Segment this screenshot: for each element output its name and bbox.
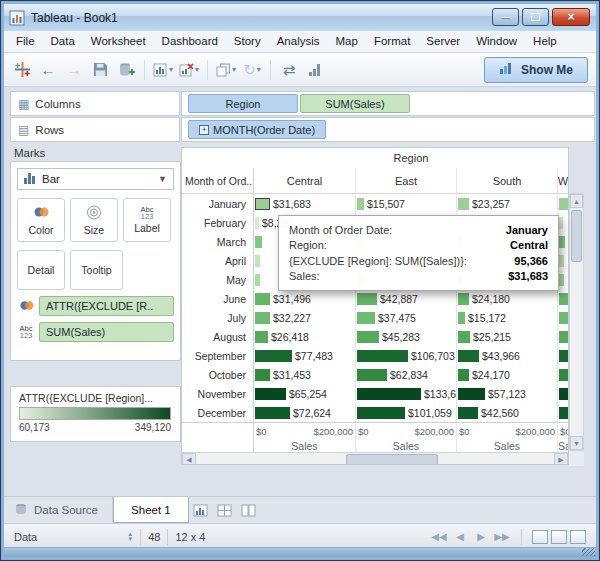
hscroll-thumb[interactable]	[346, 454, 438, 465]
scroll-right-icon[interactable]: ▶	[554, 453, 568, 465]
row-header-april[interactable]: April	[182, 251, 254, 270]
bar-mark[interactable]	[357, 312, 375, 324]
close-button[interactable]: ×	[552, 8, 590, 26]
bar-mark[interactable]	[255, 255, 260, 267]
size-button[interactable]: Size	[70, 198, 118, 242]
scroll-up-icon[interactable]: ▲	[570, 194, 583, 208]
sort-ascending-icon[interactable]	[303, 57, 327, 83]
swap-axes-icon[interactable]: ⇄	[277, 57, 301, 83]
pane-spinner-icon[interactable]: ▲▼	[127, 532, 133, 542]
columns-shelf[interactable]: RegionSUM(Sales)	[181, 91, 595, 116]
cell-july-south[interactable]: $15,172	[456, 308, 557, 327]
title-bar[interactable]: Tableau - Book1 — ×	[4, 4, 596, 31]
show-sheet-sorter-icon[interactable]	[570, 530, 586, 544]
cell-august-central[interactable]: $26,418	[254, 327, 355, 346]
bar-mark[interactable]	[255, 388, 286, 400]
cell-june-w[interactable]	[557, 289, 568, 308]
row-header-july[interactable]: July	[182, 308, 254, 327]
bar-mark[interactable]	[357, 331, 379, 343]
row-header-november[interactable]: November	[182, 384, 254, 403]
menu-item-help[interactable]: Help	[525, 31, 565, 52]
sheet1-tab[interactable]: Sheet 1	[113, 497, 189, 523]
pane-label[interactable]: Data	[14, 531, 37, 543]
cell-december-south[interactable]: $42,560	[456, 403, 557, 422]
menu-item-story[interactable]: Story	[226, 31, 269, 52]
cell-november-w[interactable]	[557, 384, 568, 403]
marks-pill-attr-exclude-r[interactable]: ATTR({EXCLUDE [R..	[39, 296, 174, 316]
row-header-january[interactable]: January	[182, 194, 254, 213]
bar-mark[interactable]	[458, 198, 469, 210]
bar-mark[interactable]	[357, 369, 387, 381]
cell-july-east[interactable]: $37,475	[355, 308, 456, 327]
bar-mark[interactable]	[458, 293, 469, 305]
menu-item-analysis[interactable]: Analysis	[269, 31, 328, 52]
data-source-tab[interactable]: Data Source	[4, 497, 113, 523]
show-filmstrip-icon[interactable]	[551, 530, 567, 544]
cell-november-central[interactable]: $65,254	[254, 384, 355, 403]
cell-january-w[interactable]	[557, 194, 568, 213]
bar-mark[interactable]	[255, 350, 292, 362]
row-header-february[interactable]: February	[182, 213, 254, 232]
history-last-icon[interactable]: ▶▶	[493, 528, 511, 546]
bar-mark[interactable]	[458, 388, 485, 400]
column-header-w[interactable]: W	[557, 168, 568, 193]
bar-mark[interactable]	[255, 293, 270, 305]
bar-mark[interactable]	[357, 407, 405, 419]
pill-sum-sales[interactable]: SUM(Sales)	[300, 94, 410, 113]
bar-mark[interactable]	[559, 350, 568, 362]
show-tabs-icon[interactable]	[532, 530, 548, 544]
bar-mark[interactable]	[559, 331, 568, 343]
cell-june-south[interactable]: $24,180	[456, 289, 557, 308]
vscroll-thumb[interactable]	[571, 210, 582, 262]
bar-mark[interactable]	[458, 369, 469, 381]
horizontal-scrollbar[interactable]: ◀ ▶	[182, 452, 568, 465]
rows-shelf[interactable]: +MONTH(Order Date)	[181, 117, 595, 142]
row-header-may[interactable]: May	[182, 270, 254, 289]
cell-july-central[interactable]: $32,227	[254, 308, 355, 327]
scroll-left-icon[interactable]: ◀	[182, 453, 196, 465]
row-header-june[interactable]: June	[182, 289, 254, 308]
cell-june-central[interactable]: $31,496	[254, 289, 355, 308]
bar-mark[interactable]	[255, 236, 262, 248]
row-header-march[interactable]: March	[182, 232, 254, 251]
bar-mark[interactable]	[458, 312, 465, 324]
cell-november-east[interactable]: $133,674	[355, 384, 456, 403]
tooltip-button[interactable]: Tooltip	[70, 250, 123, 290]
marks-pill-sum-sales[interactable]: SUM(Sales)	[39, 322, 174, 342]
vertical-scrollbar[interactable]: ▲ ▼	[569, 193, 584, 451]
row-header-september[interactable]: September	[182, 346, 254, 365]
cell-october-central[interactable]: $31,453	[254, 365, 355, 384]
label-button[interactable]: Abc123 Label	[123, 198, 171, 242]
bar-mark[interactable]	[559, 217, 563, 229]
clear-sheet-icon[interactable]: ▾	[177, 57, 201, 83]
menu-item-worksheet[interactable]: Worksheet	[83, 31, 154, 52]
cell-september-central[interactable]: $77,483	[254, 346, 355, 365]
history-back-icon[interactable]: ◀	[451, 528, 469, 546]
menu-item-format[interactable]: Format	[366, 31, 418, 52]
menu-item-map[interactable]: Map	[328, 31, 366, 52]
show-me-button[interactable]: Show Me	[484, 57, 588, 83]
bar-mark[interactable]	[559, 274, 564, 286]
bar-mark[interactable]	[255, 369, 270, 381]
cell-september-east[interactable]: $106,703	[355, 346, 456, 365]
bar-mark[interactable]	[255, 217, 259, 229]
detail-button[interactable]: Detail	[17, 250, 65, 290]
bar-mark[interactable]	[559, 198, 568, 210]
cell-october-w[interactable]	[557, 365, 568, 384]
menu-item-data[interactable]: Data	[43, 31, 83, 52]
bar-mark[interactable]	[458, 350, 479, 362]
cell-july-w[interactable]	[557, 308, 568, 327]
menu-item-server[interactable]: Server	[418, 31, 468, 52]
new-story-tab-button[interactable]	[237, 497, 261, 523]
bar-mark[interactable]	[559, 407, 568, 419]
cell-november-south[interactable]: $57,123	[456, 384, 557, 403]
cell-september-south[interactable]: $43,966	[456, 346, 557, 365]
bar-mark[interactable]	[357, 388, 421, 400]
menu-item-window[interactable]: Window	[468, 31, 525, 52]
color-button[interactable]: Color	[17, 198, 65, 242]
cell-december-w[interactable]	[557, 403, 568, 422]
bar-mark[interactable]	[559, 255, 564, 267]
forward-icon[interactable]: →	[62, 57, 86, 83]
tableau-logo-icon[interactable]	[10, 57, 34, 83]
menu-item-dashboard[interactable]: Dashboard	[154, 31, 226, 52]
